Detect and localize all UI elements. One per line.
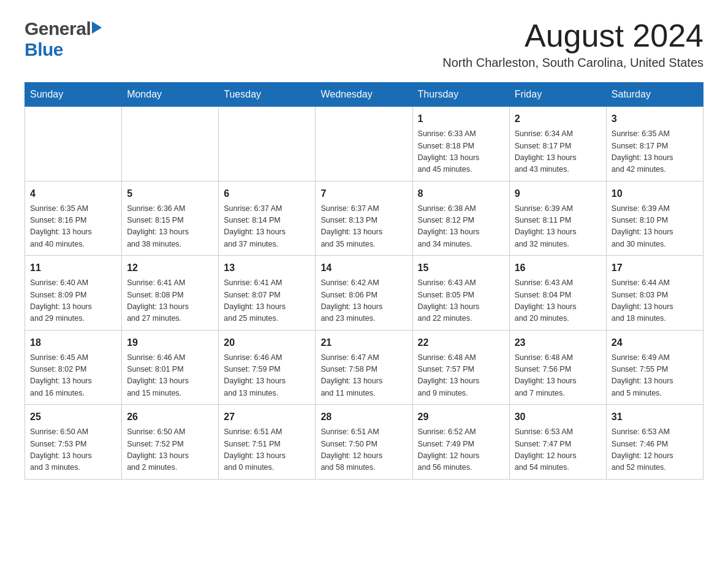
calendar-day-cell: 14Sunrise: 6:42 AMSunset: 8:06 PMDayligh…	[316, 256, 412, 331]
day-info: Sunrise: 6:36 AMSunset: 8:15 PMDaylight:…	[127, 203, 213, 251]
calendar-day-cell	[219, 107, 316, 182]
calendar-day-cell: 8Sunrise: 6:38 AMSunset: 8:12 PMDaylight…	[412, 181, 509, 256]
weekday-header-wednesday: Wednesday	[316, 83, 412, 107]
day-number: 31	[612, 410, 698, 424]
day-number: 12	[127, 261, 213, 275]
day-number: 9	[515, 186, 601, 201]
calendar-day-cell	[25, 107, 122, 182]
page-header: General Blue August 2024 North Charlesto…	[25, 18, 703, 70]
calendar-table: SundayMondayTuesdayWednesdayThursdayFrid…	[25, 82, 703, 480]
calendar-day-cell: 27Sunrise: 6:51 AMSunset: 7:51 PMDayligh…	[219, 405, 316, 480]
calendar-day-cell: 3Sunrise: 6:35 AMSunset: 8:17 PMDaylight…	[606, 107, 703, 182]
day-number: 26	[127, 410, 213, 424]
logo-blue-text: Blue	[25, 39, 63, 59]
weekday-header-sunday: Sunday	[25, 83, 122, 107]
day-number: 20	[224, 335, 310, 350]
calendar-day-cell: 20Sunrise: 6:46 AMSunset: 7:59 PMDayligh…	[219, 330, 316, 405]
calendar-header-row: SundayMondayTuesdayWednesdayThursdayFrid…	[25, 83, 703, 107]
calendar-day-cell: 11Sunrise: 6:40 AMSunset: 8:09 PMDayligh…	[25, 256, 122, 331]
location-text: North Charleston, South Carolina, United…	[442, 56, 703, 70]
day-info: Sunrise: 6:40 AMSunset: 8:09 PMDaylight:…	[30, 277, 116, 325]
day-number: 8	[418, 186, 504, 201]
day-info: Sunrise: 6:35 AMSunset: 8:16 PMDaylight:…	[30, 203, 116, 251]
day-info: Sunrise: 6:47 AMSunset: 7:58 PMDaylight:…	[320, 352, 407, 400]
day-info: Sunrise: 6:38 AMSunset: 8:12 PMDaylight:…	[418, 203, 504, 251]
day-number: 7	[320, 186, 407, 201]
weekday-header-saturday: Saturday	[606, 83, 703, 107]
day-number: 30	[515, 410, 601, 424]
day-number: 27	[224, 410, 310, 424]
weekday-header-tuesday: Tuesday	[219, 83, 316, 107]
calendar-day-cell: 4Sunrise: 6:35 AMSunset: 8:16 PMDaylight…	[25, 181, 122, 256]
calendar-day-cell: 23Sunrise: 6:48 AMSunset: 7:56 PMDayligh…	[509, 330, 606, 405]
day-info: Sunrise: 6:44 AMSunset: 8:03 PMDaylight:…	[612, 277, 698, 325]
day-number: 2	[515, 112, 601, 126]
calendar-day-cell: 15Sunrise: 6:43 AMSunset: 8:05 PMDayligh…	[412, 256, 509, 331]
day-number: 11	[30, 261, 116, 275]
day-info: Sunrise: 6:48 AMSunset: 7:56 PMDaylight:…	[515, 352, 601, 400]
day-info: Sunrise: 6:43 AMSunset: 8:04 PMDaylight:…	[515, 277, 601, 325]
day-info: Sunrise: 6:50 AMSunset: 7:52 PMDaylight:…	[127, 426, 213, 474]
day-number: 5	[127, 186, 213, 201]
calendar-day-cell: 7Sunrise: 6:37 AMSunset: 8:13 PMDaylight…	[316, 181, 412, 256]
day-info: Sunrise: 6:53 AMSunset: 7:47 PMDaylight:…	[515, 426, 601, 474]
day-info: Sunrise: 6:35 AMSunset: 8:17 PMDaylight:…	[612, 128, 698, 176]
calendar-day-cell: 13Sunrise: 6:41 AMSunset: 8:07 PMDayligh…	[219, 256, 316, 331]
calendar-day-cell: 21Sunrise: 6:47 AMSunset: 7:58 PMDayligh…	[316, 330, 412, 405]
calendar-day-cell: 25Sunrise: 6:50 AMSunset: 7:53 PMDayligh…	[25, 405, 122, 480]
calendar-day-cell: 1Sunrise: 6:33 AMSunset: 8:18 PMDaylight…	[412, 107, 509, 182]
weekday-header-monday: Monday	[122, 83, 219, 107]
day-number: 13	[224, 261, 310, 275]
calendar-day-cell: 31Sunrise: 6:53 AMSunset: 7:46 PMDayligh…	[606, 405, 703, 480]
day-number: 15	[418, 261, 504, 275]
day-number: 23	[515, 335, 601, 350]
calendar-day-cell: 29Sunrise: 6:52 AMSunset: 7:49 PMDayligh…	[412, 405, 509, 480]
day-number: 21	[320, 335, 407, 350]
calendar-day-cell: 2Sunrise: 6:34 AMSunset: 8:17 PMDaylight…	[509, 107, 606, 182]
day-number: 1	[418, 112, 504, 126]
calendar-day-cell: 10Sunrise: 6:39 AMSunset: 8:10 PMDayligh…	[606, 181, 703, 256]
logo: General Blue	[25, 18, 102, 60]
day-info: Sunrise: 6:41 AMSunset: 8:08 PMDaylight:…	[127, 277, 213, 325]
day-number: 25	[30, 410, 116, 424]
day-number: 16	[515, 261, 601, 275]
calendar-week-row: 4Sunrise: 6:35 AMSunset: 8:16 PMDaylight…	[25, 181, 703, 256]
day-number: 29	[418, 410, 504, 424]
day-info: Sunrise: 6:52 AMSunset: 7:49 PMDaylight:…	[418, 426, 504, 474]
calendar-day-cell: 19Sunrise: 6:46 AMSunset: 8:01 PMDayligh…	[122, 330, 219, 405]
calendar-day-cell	[122, 107, 219, 182]
day-number: 14	[320, 261, 407, 275]
day-info: Sunrise: 6:42 AMSunset: 8:06 PMDaylight:…	[320, 277, 407, 325]
day-info: Sunrise: 6:46 AMSunset: 7:59 PMDaylight:…	[224, 352, 310, 400]
calendar-week-row: 1Sunrise: 6:33 AMSunset: 8:18 PMDaylight…	[25, 107, 703, 182]
day-info: Sunrise: 6:34 AMSunset: 8:17 PMDaylight:…	[515, 128, 601, 176]
day-info: Sunrise: 6:53 AMSunset: 7:46 PMDaylight:…	[612, 426, 698, 474]
day-info: Sunrise: 6:41 AMSunset: 8:07 PMDaylight:…	[224, 277, 310, 325]
calendar-day-cell: 6Sunrise: 6:37 AMSunset: 8:14 PMDaylight…	[219, 181, 316, 256]
day-info: Sunrise: 6:45 AMSunset: 8:02 PMDaylight:…	[30, 352, 116, 400]
calendar-day-cell: 30Sunrise: 6:53 AMSunset: 7:47 PMDayligh…	[509, 405, 606, 480]
calendar-day-cell: 22Sunrise: 6:48 AMSunset: 7:57 PMDayligh…	[412, 330, 509, 405]
calendar-day-cell: 9Sunrise: 6:39 AMSunset: 8:11 PMDaylight…	[509, 181, 606, 256]
day-info: Sunrise: 6:49 AMSunset: 7:55 PMDaylight:…	[612, 352, 698, 400]
calendar-day-cell: 18Sunrise: 6:45 AMSunset: 8:02 PMDayligh…	[25, 330, 122, 405]
day-info: Sunrise: 6:39 AMSunset: 8:10 PMDaylight:…	[612, 203, 698, 251]
calendar-day-cell: 12Sunrise: 6:41 AMSunset: 8:08 PMDayligh…	[122, 256, 219, 331]
day-number: 19	[127, 335, 213, 350]
calendar-day-cell: 24Sunrise: 6:49 AMSunset: 7:55 PMDayligh…	[606, 330, 703, 405]
calendar-day-cell: 17Sunrise: 6:44 AMSunset: 8:03 PMDayligh…	[606, 256, 703, 331]
logo-general-text: General	[25, 18, 91, 39]
day-info: Sunrise: 6:48 AMSunset: 7:57 PMDaylight:…	[418, 352, 504, 400]
day-info: Sunrise: 6:39 AMSunset: 8:11 PMDaylight:…	[515, 203, 601, 251]
day-number: 28	[320, 410, 407, 424]
title-section: August 2024 North Charleston, South Caro…	[442, 18, 703, 70]
day-number: 24	[612, 335, 698, 350]
day-number: 22	[418, 335, 504, 350]
day-info: Sunrise: 6:50 AMSunset: 7:53 PMDaylight:…	[30, 426, 116, 474]
day-info: Sunrise: 6:46 AMSunset: 8:01 PMDaylight:…	[127, 352, 213, 400]
calendar-day-cell: 28Sunrise: 6:51 AMSunset: 7:50 PMDayligh…	[316, 405, 412, 480]
calendar-week-row: 11Sunrise: 6:40 AMSunset: 8:09 PMDayligh…	[25, 256, 703, 331]
calendar-day-cell: 16Sunrise: 6:43 AMSunset: 8:04 PMDayligh…	[509, 256, 606, 331]
calendar-day-cell: 5Sunrise: 6:36 AMSunset: 8:15 PMDaylight…	[122, 181, 219, 256]
day-number: 3	[612, 112, 698, 126]
